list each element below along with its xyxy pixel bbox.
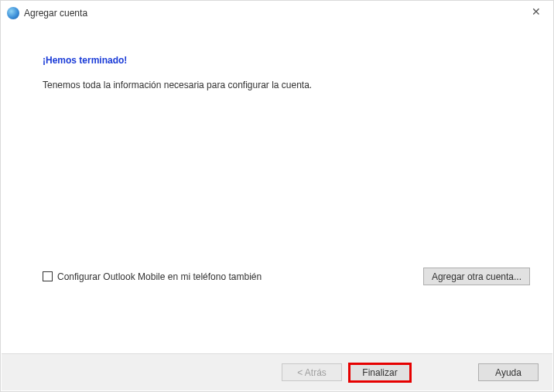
completion-subtext: Tenemos toda la información necesaria pa… [43,80,530,90]
outlook-mobile-checkbox-group[interactable]: Configurar Outlook Mobile en mi teléfono… [43,271,262,282]
outlook-mobile-label: Configurar Outlook Mobile en mi teléfono… [57,271,262,282]
options-row: Configurar Outlook Mobile en mi teléfono… [43,268,530,285]
globe-icon [7,7,19,19]
dialog-window: Agregar cuenta ✕ ¡Hemos terminado! Tenem… [0,0,554,392]
finish-button[interactable]: Finalizar [348,363,412,383]
back-button: < Atrás [282,363,342,381]
help-button[interactable]: Ayuda [478,363,539,381]
footer-bar: < Atrás Finalizar Ayuda [2,353,552,390]
content-area: ¡Hemos terminado! Tenemos toda la inform… [43,55,530,90]
close-button[interactable]: ✕ [518,1,553,22]
outlook-mobile-checkbox[interactable] [43,271,53,281]
close-icon: ✕ [532,5,541,18]
completion-heading: ¡Hemos terminado! [43,55,530,66]
titlebar: Agregar cuenta ✕ [1,1,553,26]
add-another-account-button[interactable]: Agregar otra cuenta... [423,268,530,285]
window-title: Agregar cuenta [24,8,87,19]
